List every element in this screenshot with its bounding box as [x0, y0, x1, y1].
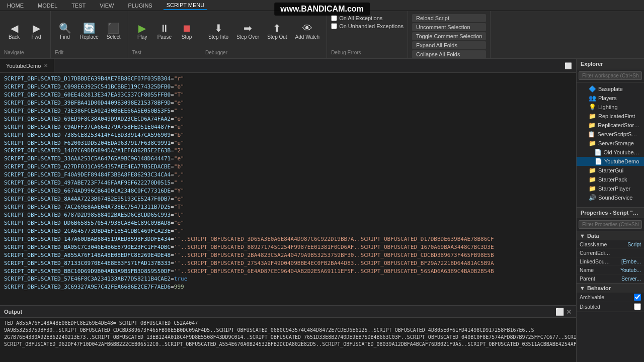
explorer-tree-item[interactable]: 📁ReplicatedStorage — [577, 121, 644, 130]
explorer-tree-item[interactable]: 📄Old YoutubeD... — [577, 148, 644, 157]
explorer-tree-item[interactable]: 👥Players — [577, 94, 644, 103]
nav-test[interactable]: TEST — [68, 2, 89, 10]
property-name: Disabled — [580, 304, 634, 310]
debugger-section: ⬇ Step Into ➡ Step Over ⬆ Step Out 👁 Add… — [201, 11, 327, 58]
explorer-tree-item[interactable]: 🔷Baseplate — [577, 84, 644, 94]
tree-item-label: Lighting — [598, 104, 618, 110]
toggle-comment-selection-button[interactable]: Toggle Comment Selection — [412, 32, 486, 40]
explorer-tree-item[interactable]: 📁StarterPack — [577, 175, 644, 184]
code-line: SCRIPT_OBFUSCATED_DD6B6585570547938CAB4E… — [0, 219, 576, 227]
property-row: Archivable — [577, 293, 644, 302]
step-out-button[interactable]: ⬆ Step Out — [264, 21, 290, 42]
stop-label: Stop — [182, 34, 192, 40]
debugger-label: Debugger — [205, 50, 323, 56]
select-label: Select — [107, 34, 121, 40]
nav-home[interactable]: HOME — [4, 2, 27, 10]
on-unhandled-exceptions-input[interactable] — [331, 23, 337, 29]
explorer-tree-item[interactable]: 📁StarterGui — [577, 166, 644, 175]
test-section: ▶ Play ⏸ Pause ⏹ Stop Test — [128, 11, 201, 58]
code-lines-container[interactable]: SCRIPT_OBFUSCATED_D17DBBDE639B4AE78B86CF… — [0, 73, 576, 305]
tree-item-icon: 👥 — [589, 95, 596, 102]
nav-scriptmenu[interactable]: SCRIPT MENU — [164, 1, 208, 10]
collapse-all-folds-button[interactable]: Collapse All Folds — [412, 50, 486, 58]
code-editor[interactable]: SCRIPT_OBFUSCATED_D17DBBDE639B4AE78B86CF… — [0, 73, 576, 305]
nav-view[interactable]: VIEW — [97, 2, 117, 10]
stop-button[interactable]: ⏹ Stop — [177, 21, 197, 42]
debug-errors-label: Debug Errors — [331, 50, 404, 56]
fwd-icon: ▶ — [33, 23, 40, 33]
pause-button[interactable]: ⏸ Pause — [154, 21, 175, 42]
fwd-label: Fwd — [32, 34, 41, 40]
explorer-tree-item[interactable]: 📁StarterPlayer — [577, 184, 644, 193]
select-icon: ⬛ — [107, 23, 120, 33]
find-button[interactable]: 🔍 Find — [55, 21, 75, 42]
select-button[interactable]: ⬛ Select — [104, 21, 124, 42]
play-button[interactable]: ▶ Play — [132, 21, 152, 42]
code-variable: SCRIPT_OBFUSCATED_57E46F8C3A234133AB77D5… — [4, 275, 171, 283]
code-variable: SCRIPT_OBFUSCATED_627DF031CA954357AEE4EA… — [4, 163, 171, 171]
nav-plugins[interactable]: PLUGINS — [125, 2, 155, 10]
property-row: CurrentEditor — [577, 249, 644, 257]
tree-item-label: YoutubeDemo — [604, 158, 639, 164]
tree-item-icon: 📁 — [589, 140, 596, 147]
property-checkbox[interactable] — [634, 303, 641, 310]
explorer-tree-item[interactable]: 📋ServerScriptService — [577, 130, 644, 139]
code-variable: SCRIPT_OBFUSCATED_73E386FCEA02430BBEE66A… — [4, 107, 171, 115]
tab-close-icon[interactable]: ✕ — [44, 63, 48, 68]
debug-errors-section: On All Exceptions On Unhandled Exception… — [327, 11, 408, 58]
step-into-button[interactable]: ⬇ Step Into — [205, 21, 231, 42]
expand-all-folds-button[interactable]: Expand All Folds — [412, 41, 486, 49]
tree-item-label: StarterGui — [598, 167, 623, 173]
replace-button[interactable]: 🔄 Replace — [77, 21, 102, 42]
reload-script-button[interactable]: Reload Script — [412, 14, 486, 22]
on-all-exceptions-input[interactable] — [331, 15, 337, 21]
explorer-filter-input[interactable] — [579, 71, 642, 80]
edit-buttons: 🔍 Find 🔄 Replace ⬛ Select — [55, 13, 124, 50]
property-name: Name — [580, 267, 610, 273]
tree-item-icon: 📁 — [588, 122, 596, 129]
explorer-tree-item[interactable]: 🔊SoundService — [577, 193, 644, 202]
toolbar: ◀ Back ▶ Fwd Navigate 🔍 Find 🔄 Replace ⬛… — [0, 11, 644, 59]
on-all-exceptions-checkbox[interactable]: On All Exceptions — [331, 15, 404, 21]
nav-model[interactable]: MODEL — [35, 2, 60, 10]
code-line: SCRIPT_OBFUSCATED_7385CE8253414F41BD3391… — [0, 131, 576, 139]
fwd-button[interactable]: ▶ Fwd — [26, 21, 46, 42]
explorer-filter-bar — [577, 69, 644, 82]
property-section-header[interactable]: ▼Data — [577, 231, 644, 240]
property-checkbox[interactable] — [634, 294, 641, 301]
explorer-tree-item[interactable]: 📄YoutubeDemo — [577, 157, 644, 166]
output-maximize-button[interactable]: ⬜ — [555, 308, 564, 316]
code-line: SCRIPT_OBFUSCATED_3C69327A9E7C42FEA6686E… — [0, 283, 576, 291]
property-value: Script — [610, 241, 641, 247]
nav-buttons: ◀ Back ▶ Fwd — [4, 13, 46, 50]
explorer-tree-item[interactable]: 📁ServerStorage — [577, 139, 644, 148]
navigate-label: Navigate — [4, 50, 46, 56]
right-panel: Explorer 🔷Baseplate👥Players💡Lighting📁Rep… — [576, 59, 644, 362]
uncomment-selection-button[interactable]: Uncomment Selection — [412, 23, 486, 31]
code-variable: SCRIPT_OBFUSCATED_7AC269E8AAE04A738EC754… — [4, 203, 171, 211]
property-row: ParentServer... — [577, 275, 644, 283]
on-unhandled-exceptions-checkbox[interactable]: On Unhandled Exceptions — [331, 23, 404, 29]
code-line: SCRIPT_OBFUSCATED_87133C0970E44E8EB3F571… — [0, 259, 576, 267]
add-watch-button[interactable]: 👁 Add Watch — [292, 21, 323, 42]
code-variable: SCRIPT_OBFUSCATED_497ABE723F7446FAAF9EF6… — [4, 179, 171, 187]
output-title: Output — [4, 309, 22, 315]
tab-expand-button[interactable]: ⬜ — [560, 62, 576, 69]
tree-item-label: SoundService — [598, 195, 633, 201]
back-label: Back — [9, 34, 20, 40]
code-variable: SCRIPT_OBFUSCATED_6674AD996CB64001A2348C… — [4, 187, 171, 195]
property-section-header[interactable]: ▼Behavior — [577, 284, 644, 293]
explorer-tree-item[interactable]: 📁ReplicatedFirst — [577, 112, 644, 121]
code-variable: SCRIPT_OBFUSCATED_C098E63925C541BCBBE119… — [4, 83, 171, 91]
top-nav: HOME MODEL TEST VIEW PLUGINS SCRIPT MENU — [0, 0, 644, 11]
output-close-button[interactable]: ✕ — [566, 308, 572, 316]
explorer-tree-item[interactable]: 💡Lighting — [577, 103, 644, 112]
code-variable: SCRIPT_OBFUSCATED_147A60DBAB884519AED859… — [4, 235, 171, 243]
editor-tab-youtubedemo[interactable]: YoutubeDemo ✕ — [0, 59, 54, 72]
step-over-button[interactable]: ➡ Step Over — [233, 21, 262, 42]
properties-filter-input[interactable] — [579, 220, 642, 229]
tree-item-label: ReplicatedFirst — [598, 113, 635, 119]
back-button[interactable]: ◀ Back — [4, 21, 24, 42]
step-out-label: Step Out — [267, 34, 287, 40]
code-line: SCRIPT_OBFUSCATED_BBC10D69D9B04AB3A9B5FB… — [0, 267, 576, 276]
